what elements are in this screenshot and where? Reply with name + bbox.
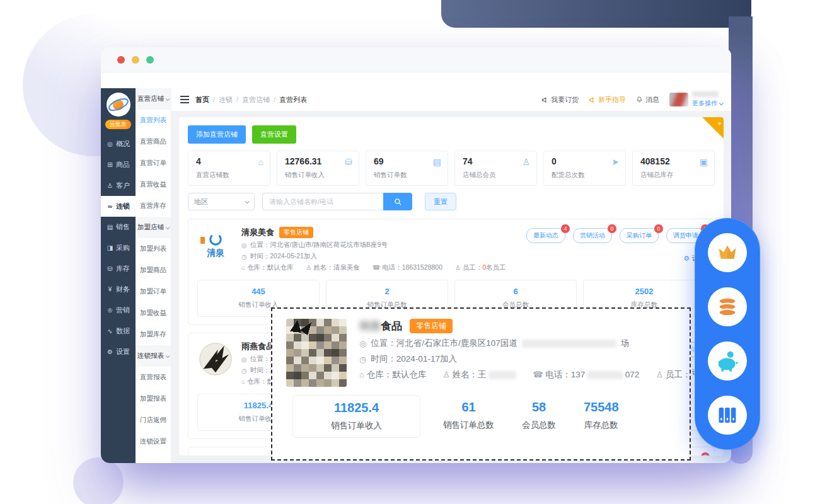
stat-value: 74 [463,156,529,166]
submenu-group-2[interactable]: 连锁报表 [136,345,171,367]
summary-stats-row: 4直营店铺数⌂12766.31销售订单收入⛁69销售订单数▤74店铺总会员♙0配… [188,151,715,186]
user-name-redacted [692,91,719,97]
sidebar-item-sales[interactable]: ▤销售 [101,217,136,238]
breadcrumb-item[interactable]: 连锁 [219,95,233,105]
pill-采购订单[interactable]: 采购订单0 [620,228,659,243]
breadcrumb-item[interactable]: 直营店铺 [242,95,270,105]
submenu-item-0-1[interactable]: 直营商品 [136,131,171,152]
summary-stat-card: 69销售订单数▤ [366,151,448,186]
sidebar-item-inventory[interactable]: ⛁库存 [101,258,136,279]
beginner-guide-link[interactable]: 新手指导 [589,95,626,105]
submenu-item-0-4[interactable]: 直营库存 [136,195,171,217]
more-actions-link[interactable]: 更多操作 [692,99,722,108]
order-goods-link[interactable]: 我要订货 [541,95,579,105]
submenu-group-0[interactable]: 直营店铺 [136,88,171,110]
stat-value: 61 [443,400,494,415]
breadcrumb-separator: / [274,96,275,103]
user-account[interactable]: 更多操作 [669,91,722,108]
store-join-time: 时间：2024-05-21加入 [250,252,317,261]
sidebar-item-label: 客户 [116,181,130,190]
decor-circle [73,457,124,504]
app-logo[interactable] [107,93,130,117]
horn-icon [589,96,596,103]
summary-stat-card: 4直营店铺数⌂ [188,151,270,186]
sidebar-item-finance[interactable]: ¥财务 [101,279,136,300]
submenu-item-0-3[interactable]: 直营收益 [136,174,171,195]
collapse-menu-icon[interactable] [180,96,189,103]
breadcrumb-separator: / [213,96,215,103]
sidebar-item-goods[interactable]: ⊞商品 [101,154,136,175]
submenu-item-1-1[interactable]: 加盟商品 [136,260,171,281]
piggy-bank-icon [715,349,739,373]
sidebar-item-purchase[interactable]: ◨采购 [101,238,136,258]
store-logo: 清泉 [197,227,234,263]
submenu-item-1-4[interactable]: 加盟库存 [136,324,171,345]
store-search-input[interactable] [262,193,383,210]
store-stat-card: 61销售订单总数 [429,395,508,438]
filter-row: 地区 重置 [188,193,715,210]
retail-store-badge: 零售店铺 [410,319,453,333]
purchase-icon: ◨ [106,244,114,251]
sidebar-item-marketing[interactable]: ♔营销 [101,300,136,321]
pill-count-badge: 0 [654,224,663,233]
close-dot-icon[interactable] [117,56,125,64]
submenu-item-2-3[interactable]: 连锁设置 [136,431,171,452]
submenu-item-2-1[interactable]: 加盟报表 [136,388,171,410]
stat-value: 12766.31 [285,156,351,166]
breadcrumb: 首页/连锁/直营店铺/直营列表 [195,95,307,105]
warehouse-icon: ⌂ [359,370,364,379]
pill-营销活动[interactable]: 营销活动0 [573,228,612,243]
submenu-item-1-0[interactable]: 加盟列表 [136,238,171,260]
stat-label: 销售订单数 [374,171,440,180]
submenu-group-1[interactable]: 加盟店铺 [136,217,171,238]
stat-label: 销售订单收入 [331,420,382,432]
sidebar-item-data[interactable]: ∿数据 [101,321,136,341]
finance-icon: ¥ [106,286,114,293]
minimize-dot-icon[interactable] [132,56,139,64]
sidebar-item-settings[interactable]: ⚙设置 [101,341,136,362]
store-logo-pixelated [286,319,347,387]
summary-stat-card: 74店铺总会员♙ [454,151,537,186]
zoom-dot-icon[interactable] [146,56,154,64]
phone-icon: ☎ [533,370,543,379]
direct-settings-button[interactable]: 直营设置 [252,125,296,144]
clock-line: ◷时间：2024-05-21加入 [241,252,519,261]
add-direct-store-button[interactable]: 添加直营店铺 [188,125,246,144]
pill-最新动态[interactable]: 最新动态4 [526,228,565,243]
sidebar-item-customers[interactable]: ♙客户 [101,175,136,196]
stat-label: 配货总次数 [552,171,618,180]
pill-count-badge: 4 [561,224,570,233]
region-select[interactable]: 地区 [188,193,255,210]
floating-action-piggy-bank[interactable] [708,341,747,381]
floating-action-binders[interactable] [708,396,747,435]
reset-button[interactable]: 重置 [425,193,456,210]
submenu-item-0-2[interactable]: 直营订单 [136,152,171,174]
floating-action-coins[interactable] [708,287,747,326]
store-phone: ☎ 电话：18631528800 [373,263,442,272]
sidebar-item-chain[interactable]: ∞连锁 [101,196,136,217]
stat-value: 4 [196,156,262,166]
sidebar-item-overview[interactable]: ◎概况 [101,134,136,154]
search-icon [394,198,402,206]
toolbar: 添加直营店铺 直营设置 [188,125,715,144]
stock-icon: ▣ [700,157,708,167]
floating-action-crown[interactable] [708,233,747,272]
submenu-item-2-0[interactable]: 直营报表 [136,367,171,388]
submenu-item-0-0[interactable]: 直营列表 [136,110,171,131]
submenu-item-1-2[interactable]: 加盟订单 [136,281,171,302]
submenu-item-2-2[interactable]: 门店返佣 [136,410,171,431]
sales-icon: ▤ [106,224,114,231]
messages-link[interactable]: 消息 [636,95,659,105]
search-button[interactable] [383,193,412,210]
stat-value: 2 [326,287,448,296]
submenu-item-1-3[interactable]: 加盟收益 [136,302,171,324]
coins-icon: ⛁ [345,157,352,167]
sidebar-item-label: 数据 [116,326,130,336]
overview-icon: ◎ [106,140,114,147]
warehouse-icon: ⌂ [241,378,245,385]
goods-icon: ⊞ [106,161,114,168]
store-stats-row: 11825.4销售订单收入61销售订单总数58会员总数75548库存总数 [292,395,676,438]
stat-label: 店铺总会员 [463,171,529,180]
clipboard-icon: ▤ [433,157,441,167]
header-actions: 我要订货 新手指导 消息 [541,91,722,108]
